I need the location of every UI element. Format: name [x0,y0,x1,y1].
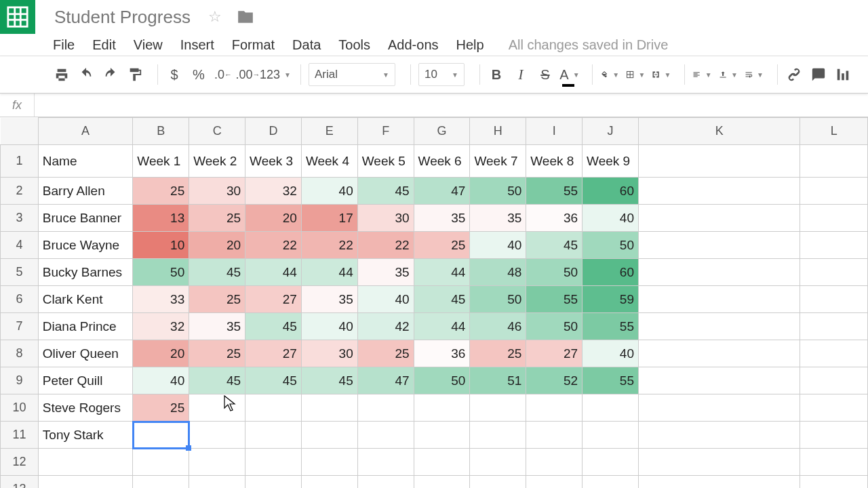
cell[interactable]: 22 [301,232,357,259]
cell[interactable]: 25 [133,178,189,205]
percent-format[interactable]: % [190,64,208,85]
cell[interactable]: 45 [245,313,302,340]
italic-button[interactable]: I [512,64,530,85]
cell[interactable] [301,449,357,476]
decrease-decimal[interactable]: .0← [214,64,232,85]
cell[interactable]: 46 [470,313,526,340]
cell[interactable]: Clark Kent [38,286,133,313]
cell[interactable]: Week 4 [301,145,357,178]
row-header[interactable]: 2 [1,178,39,205]
cell[interactable]: 20 [133,340,189,367]
cell[interactable] [470,422,526,449]
cell[interactable]: 50 [583,232,639,259]
row-header[interactable]: 12 [1,449,39,476]
row-header[interactable]: 3 [1,205,39,232]
cell[interactable]: 36 [414,340,470,367]
column-header[interactable]: H [470,118,526,145]
cell[interactable]: 30 [189,178,245,205]
cell[interactable]: 40 [133,367,189,394]
cell[interactable]: 44 [301,259,357,286]
column-header[interactable]: C [189,118,245,145]
insert-link-button[interactable] [785,64,803,85]
menu-tools[interactable]: Tools [338,37,370,53]
increase-decimal[interactable]: .00→ [239,64,257,85]
cell[interactable]: 25 [133,394,189,422]
cell[interactable] [638,449,800,476]
cell[interactable]: 50 [526,313,583,340]
cell[interactable] [414,394,470,422]
cell[interactable]: 20 [189,232,245,259]
cell[interactable] [414,422,470,449]
cell[interactable]: 52 [526,367,583,394]
cell[interactable]: 17 [301,205,357,232]
cell[interactable] [357,449,414,476]
cell[interactable]: 25 [189,340,245,367]
cell[interactable]: 25 [189,205,245,232]
cell[interactable] [800,313,868,340]
column-header[interactable]: B [133,118,189,145]
cell[interactable] [245,394,302,422]
cell[interactable]: 25 [189,286,245,313]
cell[interactable] [189,394,245,422]
column-header[interactable]: I [526,118,583,145]
cell[interactable]: 25 [470,340,526,367]
cell[interactable] [38,476,133,489]
undo-icon[interactable] [77,64,95,85]
cell[interactable]: 50 [414,367,470,394]
cell[interactable]: Bruce Wayne [38,232,133,259]
cell[interactable] [133,449,189,476]
cell[interactable]: 48 [470,259,526,286]
cell[interactable]: 30 [357,205,414,232]
cell[interactable]: Peter Quill [38,367,133,394]
row-header[interactable]: 11 [1,422,39,449]
cell[interactable]: 44 [245,259,302,286]
cell[interactable] [526,476,583,489]
insert-comment-button[interactable] [810,64,827,85]
cell[interactable]: Week 3 [245,145,302,178]
row-header[interactable]: 10 [1,394,39,422]
cell[interactable] [245,422,302,449]
cell[interactable] [189,422,245,449]
cell[interactable]: 40 [583,205,639,232]
cell[interactable] [800,422,868,449]
cell[interactable]: Week 7 [470,145,526,178]
cell[interactable]: 51 [470,367,526,394]
cell[interactable] [470,394,526,422]
cell[interactable] [638,178,800,205]
menu-view[interactable]: View [134,37,163,53]
fill-color-button[interactable]: ▼ [600,64,619,85]
merge-cells-button[interactable]: ▼ [652,64,671,85]
row-header[interactable]: 5 [1,259,39,286]
cell[interactable] [470,449,526,476]
document-title[interactable]: Student Progress [54,7,191,28]
cell[interactable]: Week 6 [414,145,470,178]
menu-file[interactable]: File [53,37,75,53]
cell[interactable] [800,232,868,259]
column-header[interactable]: D [245,118,302,145]
horizontal-align-button[interactable]: ▼ [692,64,711,85]
cell[interactable]: 40 [583,340,639,367]
cell[interactable]: 42 [357,313,414,340]
cell[interactable]: 45 [357,178,414,205]
cell[interactable] [357,476,414,489]
cell[interactable]: 45 [245,367,302,394]
cell[interactable]: 40 [470,232,526,259]
cell[interactable]: 22 [245,232,302,259]
paint-format-icon[interactable] [126,64,144,85]
cell[interactable]: 30 [301,340,357,367]
cell[interactable]: 45 [526,232,583,259]
cell[interactable]: 32 [245,178,302,205]
cell[interactable] [800,145,868,178]
cell[interactable]: Bucky Barnes [38,259,133,286]
cell[interactable]: Week 1 [133,145,189,178]
cell[interactable]: 25 [357,340,414,367]
cell[interactable]: Week 9 [583,145,639,178]
cell[interactable] [800,340,868,367]
cell[interactable]: 50 [470,178,526,205]
cell[interactable] [638,422,800,449]
cell[interactable]: 35 [357,259,414,286]
cell[interactable] [638,259,800,286]
cell[interactable]: 50 [133,259,189,286]
menu-addons[interactable]: Add-ons [388,37,439,53]
cell[interactable]: 40 [301,178,357,205]
